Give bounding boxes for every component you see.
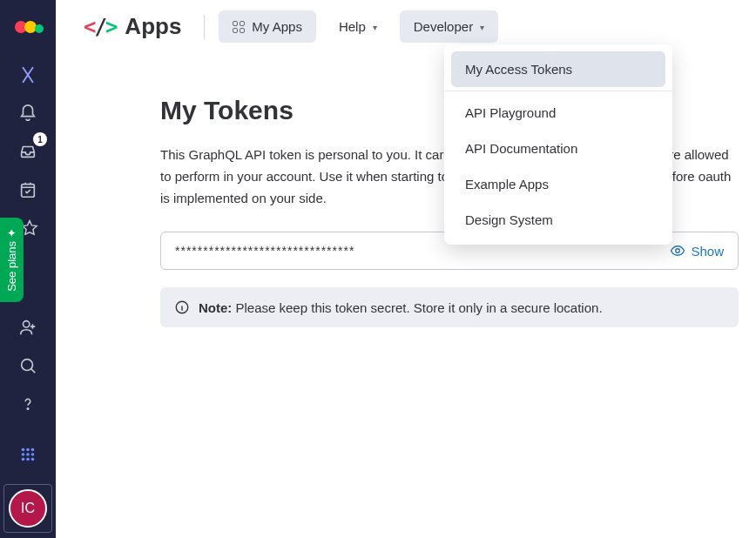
nav-help-label: Help [339, 19, 366, 34]
note-text: Please keep this token secret. Store it … [232, 300, 602, 315]
divider [204, 15, 205, 39]
svg-point-12 [31, 458, 35, 461]
nav-help[interactable]: Help ▾ [325, 10, 391, 43]
svg-point-9 [31, 453, 35, 456]
svg-point-2 [22, 360, 33, 371]
svg-point-1 [24, 321, 30, 327]
grid-icon [233, 21, 245, 33]
menu-separator [444, 91, 672, 91]
sidebar: 1 See plans ✦ [0, 0, 56, 538]
menu-my-access-tokens[interactable]: My Access Tokens [451, 51, 665, 87]
svg-point-13 [676, 249, 680, 253]
nav-my-apps[interactable]: My Apps [219, 10, 316, 43]
apps-logo-icon: </> [84, 15, 116, 39]
sidebar-item-help[interactable] [10, 387, 45, 421]
svg-point-6 [31, 448, 35, 452]
svg-point-4 [22, 448, 25, 452]
apps-logo-label: Apps [125, 13, 181, 40]
svg-point-10 [22, 458, 25, 461]
nav-developer[interactable]: Developer ▾ [400, 10, 498, 43]
avatar: IC [9, 489, 47, 528]
avatar-menu[interactable]: IC [3, 484, 52, 533]
svg-point-3 [27, 408, 28, 409]
see-plans-label: See plans [5, 241, 18, 292]
nav-developer-label: Developer [414, 19, 473, 34]
info-icon [174, 299, 190, 315]
monday-logo-icon[interactable] [14, 9, 42, 37]
svg-point-8 [26, 453, 30, 456]
svg-point-11 [26, 458, 30, 461]
nav-my-apps-label: My Apps [252, 19, 302, 34]
token-masked-value: ******************************** [175, 244, 670, 258]
sidebar-item-search[interactable] [10, 348, 45, 383]
menu-design-system[interactable]: Design System [451, 202, 665, 238]
svg-point-5 [26, 448, 30, 452]
menu-api-playground[interactable]: API Playground [451, 95, 665, 131]
show-label: Show [691, 244, 724, 259]
sidebar-item-inbox[interactable]: 1 [10, 134, 45, 169]
sidebar-item-workspace[interactable] [10, 57, 45, 92]
chevron-down-icon: ▾ [373, 23, 377, 32]
apps-logo[interactable]: </> Apps [84, 13, 181, 40]
note-label: Note: [199, 300, 232, 315]
eye-icon [670, 243, 685, 259]
sidebar-item-invite[interactable] [10, 310, 45, 345]
topbar: </> Apps My Apps Help ▾ Developer ▾ My A… [56, 0, 756, 54]
svg-rect-0 [22, 185, 35, 198]
sparkle-icon: ✦ [5, 228, 18, 238]
sidebar-item-apps-grid[interactable] [10, 437, 45, 472]
sidebar-item-notifications[interactable] [10, 96, 45, 131]
menu-api-documentation[interactable]: API Documentation [451, 131, 665, 166]
chevron-down-icon: ▾ [480, 23, 484, 32]
see-plans-button[interactable]: See plans ✦ [0, 218, 24, 302]
note-box: Note: Please keep this token secret. Sto… [160, 287, 739, 327]
sidebar-item-my-work[interactable] [10, 172, 45, 207]
star-icon[interactable] [21, 219, 38, 240]
menu-example-apps[interactable]: Example Apps [451, 166, 665, 202]
inbox-badge: 1 [33, 132, 47, 146]
developer-dropdown: My Access Tokens API Playground API Docu… [444, 44, 672, 245]
svg-point-7 [22, 453, 25, 456]
show-token-button[interactable]: Show [670, 243, 724, 259]
